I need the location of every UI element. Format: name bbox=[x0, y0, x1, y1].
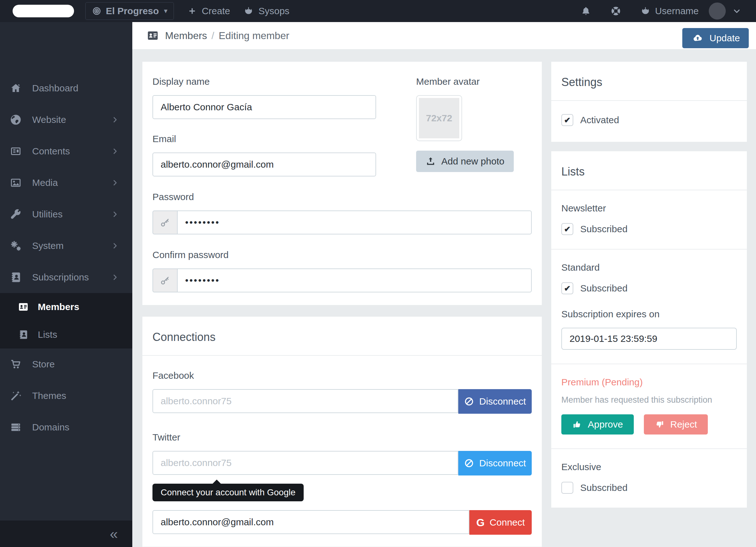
facebook-label: Facebook bbox=[152, 370, 532, 381]
rebel-icon bbox=[244, 6, 253, 16]
confirm-password-group bbox=[152, 268, 532, 292]
sidebar-item-lists[interactable]: Lists bbox=[0, 321, 132, 348]
display-name-label: Display name bbox=[152, 76, 376, 87]
sidebar-footer: « bbox=[0, 521, 132, 547]
image-icon bbox=[9, 177, 23, 188]
premium-request-note: Member has requested this subscription bbox=[561, 395, 737, 405]
list-name: Exclusive bbox=[561, 462, 737, 472]
site-switcher-dropdown[interactable]: El Progreso ▾ bbox=[85, 2, 174, 20]
sidebar-item-contents[interactable]: Contents bbox=[0, 135, 132, 167]
globe-icon bbox=[9, 113, 23, 126]
facebook-input[interactable] bbox=[152, 389, 458, 413]
thumbs-up-icon bbox=[572, 420, 582, 429]
bullseye-icon bbox=[92, 6, 101, 16]
lists-title: Lists bbox=[551, 151, 747, 190]
chevron-down-icon[interactable] bbox=[732, 6, 742, 16]
sidebar-item-utilities[interactable]: Utilities bbox=[0, 199, 132, 230]
chevron-right-icon bbox=[111, 273, 119, 281]
upload-icon bbox=[426, 156, 436, 166]
add-new-photo-button[interactable]: Add new photo bbox=[416, 151, 514, 172]
key-icon bbox=[152, 210, 177, 234]
home-icon bbox=[9, 83, 23, 94]
display-name-input[interactable] bbox=[152, 95, 376, 119]
google-connect-tooltip: Connect your account with Google bbox=[152, 484, 304, 501]
password-group bbox=[152, 210, 532, 234]
newsletter-subscribed-checkbox[interactable]: ✔ bbox=[561, 223, 573, 235]
password-label: Password bbox=[152, 192, 532, 202]
confirm-password-label: Confirm password bbox=[152, 250, 532, 260]
cloud-upload-icon bbox=[691, 33, 704, 43]
connections-panel: Connections Facebook Disconnect Twitter bbox=[142, 317, 542, 547]
sidebar-item-system[interactable]: System bbox=[0, 230, 132, 262]
email-input[interactable] bbox=[152, 153, 376, 176]
reject-button[interactable]: Reject bbox=[644, 414, 708, 435]
breadcrumb-members[interactable]: Members bbox=[165, 30, 207, 42]
notifications-bell-icon[interactable] bbox=[581, 6, 591, 16]
facebook-disconnect-button[interactable]: Disconnect bbox=[458, 389, 532, 414]
gears-icon bbox=[9, 240, 23, 252]
collapse-sidebar-icon[interactable]: « bbox=[110, 527, 118, 541]
id-card-icon bbox=[146, 30, 160, 42]
facebook-group: Disconnect bbox=[152, 389, 532, 414]
member-profile-panel: Display name Email Member avatar 72x72 A… bbox=[142, 62, 542, 305]
address-book-icon bbox=[9, 271, 23, 284]
subscription-expires-label: Subscription expires on bbox=[561, 309, 737, 320]
topbar: El Progreso ▾ Create Sysops Username bbox=[0, 0, 756, 22]
subscribed-label: Subscribed bbox=[580, 224, 627, 234]
standard-subscribed-checkbox[interactable]: ✔ bbox=[561, 282, 573, 294]
twitter-group: Disconnect bbox=[152, 451, 532, 475]
member-avatar-placeholder[interactable]: 72x72 bbox=[416, 95, 462, 141]
user-avatar[interactable] bbox=[709, 3, 726, 20]
username-label: Username bbox=[655, 6, 699, 16]
topbar-right: Username bbox=[581, 3, 756, 20]
subscribed-label: Subscribed bbox=[580, 482, 627, 493]
activated-checkbox[interactable]: ✔ bbox=[561, 114, 573, 126]
password-input[interactable] bbox=[177, 210, 532, 234]
cart-icon bbox=[9, 359, 23, 370]
sysops-button[interactable]: Sysops bbox=[244, 6, 289, 16]
twitter-input[interactable] bbox=[152, 451, 458, 475]
breadcrumb-separator: / bbox=[211, 30, 214, 42]
google-g-icon: G bbox=[476, 517, 484, 528]
list-section-standard: Standard ✔ Subscribed Subscription expir… bbox=[551, 250, 747, 364]
brand-logo[interactable] bbox=[13, 5, 74, 17]
user-menu[interactable]: Username bbox=[641, 6, 699, 16]
chevron-right-icon bbox=[111, 242, 119, 250]
google-group: G Connect bbox=[152, 510, 532, 535]
sidebar-item-media[interactable]: Media bbox=[0, 167, 132, 199]
sidebar-item-members[interactable]: Members bbox=[0, 293, 132, 321]
ban-icon bbox=[464, 458, 474, 468]
update-button[interactable]: Update bbox=[682, 28, 749, 48]
twitter-disconnect-button[interactable]: Disconnect bbox=[458, 451, 532, 475]
settings-title: Settings bbox=[551, 62, 747, 101]
email-label: Email bbox=[152, 134, 376, 144]
thumbs-down-icon bbox=[655, 420, 665, 429]
activated-row: ✔ Activated bbox=[561, 114, 737, 126]
sidebar-item-subscriptions[interactable]: Subscriptions bbox=[0, 262, 132, 293]
chevron-right-icon bbox=[111, 116, 119, 124]
sidebar-item-dashboard[interactable]: Dashboard bbox=[0, 72, 132, 104]
member-avatar-label: Member avatar bbox=[416, 76, 514, 87]
list-section-newsletter: Newsletter ✔ Subscribed bbox=[551, 190, 747, 250]
chevron-right-icon bbox=[111, 179, 119, 187]
sidebar-item-store[interactable]: Store bbox=[0, 348, 132, 380]
caret-down-icon: ▾ bbox=[164, 7, 167, 15]
exclusive-subscribed-checkbox[interactable] bbox=[561, 482, 573, 494]
chevron-right-icon bbox=[111, 147, 119, 155]
sidebar-item-domains[interactable]: Domains bbox=[0, 412, 132, 443]
sidebar-item-website[interactable]: Website bbox=[0, 104, 132, 135]
create-button[interactable]: Create bbox=[188, 6, 230, 16]
lists-panel: Lists Newsletter ✔ Subscribed Standard ✔… bbox=[551, 151, 747, 508]
premium-pending-label: Premium (Pending) bbox=[561, 377, 737, 388]
plus-icon bbox=[188, 7, 197, 15]
subscribed-label: Subscribed bbox=[580, 283, 627, 294]
confirm-password-input[interactable] bbox=[177, 268, 532, 292]
google-input[interactable] bbox=[152, 510, 469, 534]
approve-button[interactable]: Approve bbox=[561, 414, 634, 435]
help-life-ring-icon[interactable] bbox=[610, 6, 621, 16]
google-connect-button[interactable]: G Connect bbox=[469, 510, 532, 535]
subscription-expires-input[interactable] bbox=[561, 328, 737, 350]
id-card-icon bbox=[17, 302, 30, 312]
sidebar-item-themes[interactable]: Themes bbox=[0, 380, 132, 412]
ban-icon bbox=[464, 396, 474, 406]
